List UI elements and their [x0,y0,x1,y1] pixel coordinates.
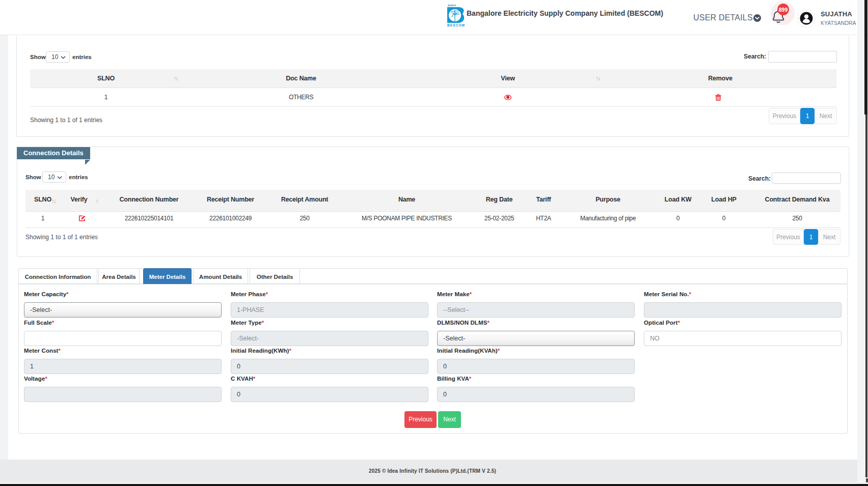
svg-text:899: 899 [779,7,788,13]
svg-text:ಕುಮಾನ: ಕುಮಾನ [448,4,456,7]
svg-text:BESCOM: BESCOM [447,23,465,26]
